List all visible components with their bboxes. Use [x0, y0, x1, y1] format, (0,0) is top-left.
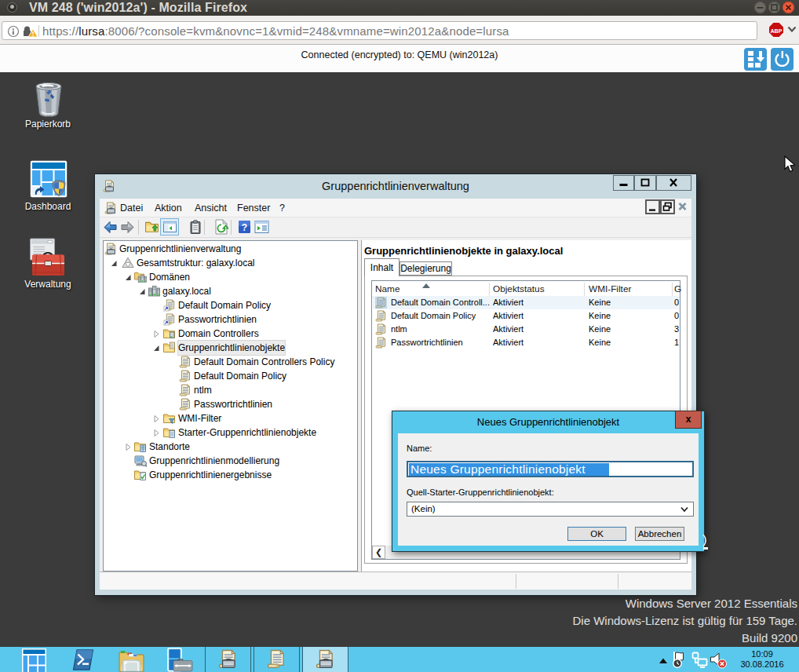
svg-text:ABP: ABP	[770, 27, 782, 35]
svg-text:?: ?	[242, 222, 247, 233]
